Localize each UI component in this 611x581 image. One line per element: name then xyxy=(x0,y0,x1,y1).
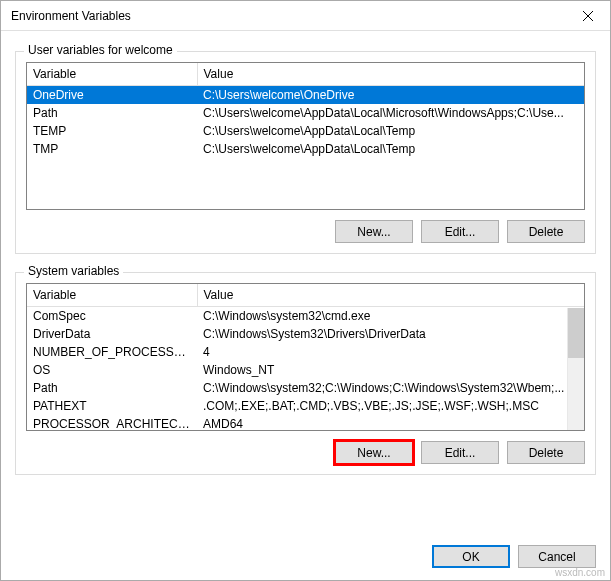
table-row[interactable]: TMP C:\Users\welcome\AppData\Local\Temp xyxy=(27,140,584,158)
cell-value: C:\Users\welcome\OneDrive xyxy=(197,86,584,105)
watermark: wsxdn.com xyxy=(555,567,605,578)
cancel-button[interactable]: Cancel xyxy=(518,545,596,568)
scrollbar-thumb[interactable] xyxy=(568,308,584,358)
user-header-value[interactable]: Value xyxy=(197,63,584,86)
table-row[interactable]: PROCESSOR_ARCHITECTURE AMD64 xyxy=(27,415,584,431)
user-variables-group: User variables for welcome Variable Valu… xyxy=(15,51,596,254)
cell-variable: NUMBER_OF_PROCESSORS xyxy=(27,343,197,361)
system-variables-label: System variables xyxy=(24,264,123,278)
cell-value: C:\Users\welcome\AppData\Local\Temp xyxy=(197,122,584,140)
user-buttons-row: New... Edit... Delete xyxy=(26,220,585,243)
cell-value: C:\Users\welcome\AppData\Local\Temp xyxy=(197,140,584,158)
cell-variable: Path xyxy=(27,379,197,397)
cell-variable: TEMP xyxy=(27,122,197,140)
cell-value: AMD64 xyxy=(197,415,584,431)
table-row[interactable]: OneDrive C:\Users\welcome\OneDrive xyxy=(27,86,584,105)
user-delete-button[interactable]: Delete xyxy=(507,220,585,243)
cell-value: 4 xyxy=(197,343,584,361)
table-row[interactable]: DriverData C:\Windows\System32\Drivers\D… xyxy=(27,325,584,343)
titlebar: Environment Variables xyxy=(1,1,610,31)
user-header-variable[interactable]: Variable xyxy=(27,63,197,86)
table-row[interactable]: ComSpec C:\Windows\system32\cmd.exe xyxy=(27,307,584,326)
cell-value: C:\Windows\system32\cmd.exe xyxy=(197,307,584,326)
table-row[interactable]: TEMP C:\Users\welcome\AppData\Local\Temp xyxy=(27,122,584,140)
environment-variables-dialog: Environment Variables User variables for… xyxy=(0,0,611,581)
table-row[interactable]: OS Windows_NT xyxy=(27,361,584,379)
close-button[interactable] xyxy=(565,1,610,31)
system-scrollbar[interactable] xyxy=(567,308,584,430)
system-new-button[interactable]: New... xyxy=(335,441,413,464)
close-icon xyxy=(583,11,593,21)
cell-variable: DriverData xyxy=(27,325,197,343)
cell-value: C:\Windows\System32\Drivers\DriverData xyxy=(197,325,584,343)
footer-buttons: OK Cancel xyxy=(1,535,610,580)
window-title: Environment Variables xyxy=(1,9,131,23)
user-new-button[interactable]: New... xyxy=(335,220,413,243)
system-header-value[interactable]: Value xyxy=(197,284,584,307)
cell-variable: OS xyxy=(27,361,197,379)
dialog-content: User variables for welcome Variable Valu… xyxy=(1,31,610,535)
system-header-variable[interactable]: Variable xyxy=(27,284,197,307)
cell-value: Windows_NT xyxy=(197,361,584,379)
table-row[interactable]: Path C:\Windows\system32;C:\Windows;C:\W… xyxy=(27,379,584,397)
cell-value: .COM;.EXE;.BAT;.CMD;.VBS;.VBE;.JS;.JSE;.… xyxy=(197,397,584,415)
system-delete-button[interactable]: Delete xyxy=(507,441,585,464)
cell-value: C:\Windows\system32;C:\Windows;C:\Window… xyxy=(197,379,584,397)
cell-variable: PROCESSOR_ARCHITECTURE xyxy=(27,415,197,431)
ok-button[interactable]: OK xyxy=(432,545,510,568)
cell-value: C:\Users\welcome\AppData\Local\Microsoft… xyxy=(197,104,584,122)
cell-variable: PATHEXT xyxy=(27,397,197,415)
system-edit-button[interactable]: Edit... xyxy=(421,441,499,464)
table-row[interactable]: NUMBER_OF_PROCESSORS 4 xyxy=(27,343,584,361)
user-variables-label: User variables for welcome xyxy=(24,43,177,57)
table-row[interactable]: PATHEXT .COM;.EXE;.BAT;.CMD;.VBS;.VBE;.J… xyxy=(27,397,584,415)
user-variables-table[interactable]: Variable Value OneDrive C:\Users\welcome… xyxy=(26,62,585,210)
system-buttons-row: New... Edit... Delete xyxy=(26,441,585,464)
cell-variable: OneDrive xyxy=(27,86,197,105)
cell-variable: Path xyxy=(27,104,197,122)
system-variables-table[interactable]: Variable Value ComSpec C:\Windows\system… xyxy=(26,283,585,431)
table-row[interactable]: Path C:\Users\welcome\AppData\Local\Micr… xyxy=(27,104,584,122)
system-variables-group: System variables Variable Value ComSpec … xyxy=(15,272,596,475)
user-edit-button[interactable]: Edit... xyxy=(421,220,499,243)
cell-variable: ComSpec xyxy=(27,307,197,326)
cell-variable: TMP xyxy=(27,140,197,158)
